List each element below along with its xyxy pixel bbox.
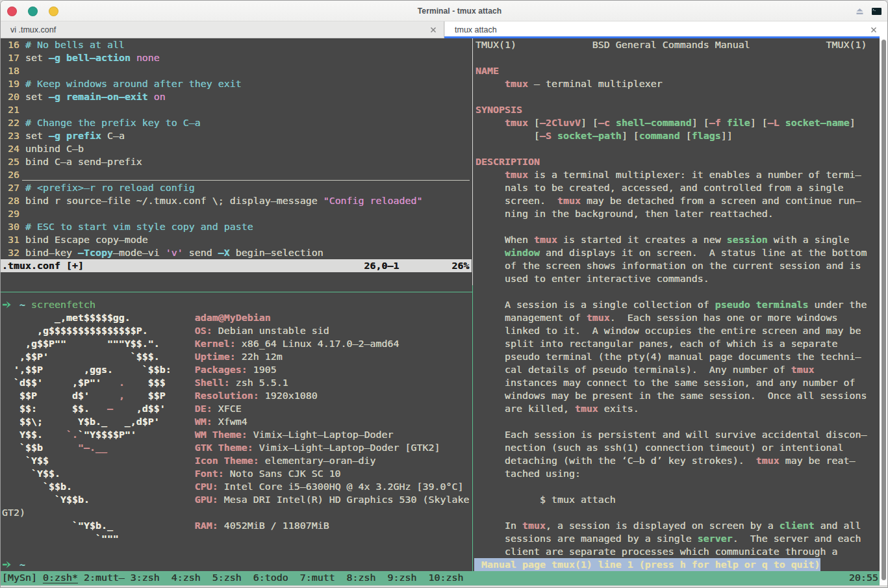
pane-border-vertical-top: [472, 38, 474, 285]
vim-pane-row: 25 bind C–a send–prefix: [2, 155, 142, 168]
man-pane-row: TMUX(1) BSD General Commands Manual TMUX…: [476, 38, 867, 51]
vim-pane-row: 20 set –g remain–on–exit on: [2, 90, 166, 103]
shell-pane-row: `Y$$ Icon Theme: elementary–oran–diy: [2, 454, 376, 467]
tab-close-icon[interactable]: [870, 26, 878, 34]
window-bottom-edge: [1, 585, 887, 588]
shell-pane-row: $$P d$' , $$P Resolution: 1920x1080: [2, 389, 318, 402]
prompt-arrow-icon: [3, 561, 11, 569]
man-pane-row: tmux [–2CluvV] [–c shell–command] [–f fi…: [476, 116, 856, 129]
man-pane-row: SYNOPSIS: [476, 103, 522, 116]
shell-pane-row: `""": [2, 532, 119, 545]
vim-pane-row: 29: [2, 207, 25, 220]
shell-pane-row: _,met$$$$$gg. adam@MyDebian: [2, 311, 271, 324]
man-pane-row: NAME: [476, 64, 499, 77]
terminal-screen[interactable]: 16 # No bells at all 17 set –g bell–acti…: [1, 38, 880, 585]
man-pane-row: $ tmux attach: [476, 493, 616, 506]
titlebar[interactable]: Terminal - tmux attach: [1, 1, 887, 21]
pane-border-vertical-bottom: [472, 285, 474, 571]
man-pane-row: instances may connect to the same sessio…: [476, 376, 856, 389]
man-pane-row: tmux — terminal multiplexer: [476, 77, 663, 90]
man-pane-row: When tmux is started it creates a new se…: [476, 233, 850, 246]
shell-pane-row: `Y$$. Font: Noto Sans CJK SC 10: [2, 467, 341, 480]
man-pane-row: split into rectangular panes, each of wh…: [476, 337, 838, 350]
man-pane-row: screen. tmux may be detached from a scre…: [476, 194, 861, 207]
tab-label: vi .tmux.conf: [10, 21, 56, 38]
terminal-icon[interactable]: [872, 8, 882, 15]
vim-pane-row: 17 set –g bell–action none: [2, 51, 160, 64]
shell-pane-row: ,g$$$$$$$$$$$$$$$P. OS: Debian unstable …: [2, 324, 329, 337]
shell-pane-row: `$$b "–.__ GTK Theme: Vimix–Light–Laptop…: [2, 441, 440, 454]
man-pane-row: nection (such as ssh(1) connection timeo…: [476, 441, 844, 454]
vim-pane-row: 24 unbind C–b: [2, 142, 84, 155]
scrollbar-thumb[interactable]: [882, 40, 886, 580]
shell-pane-row: ,g$$P"" """Y$$.". Kernel: x86_64 Linux 4…: [2, 337, 400, 350]
tab-vi-tmux-conf[interactable]: vi .tmux.conf: [1, 21, 444, 38]
scrollbar-track[interactable]: [880, 38, 888, 585]
vim-pane-row: 26: [2, 168, 25, 181]
man-pane-row: window and displays it on screen. A stat…: [476, 246, 867, 259]
vim-pane-row: 31 bind Escape copy–mode: [2, 233, 148, 246]
man-pane-row: DESCRIPTION: [476, 155, 540, 168]
man-pane-row: of the screen shows information on the c…: [476, 259, 861, 272]
man-pane-row: detaching (with the ‘C–b d’ key strokes)…: [476, 454, 856, 467]
man-pane-row: used to enter interactive commands.: [476, 272, 709, 285]
man-pane-row: sessions are managed by a single server.…: [476, 532, 861, 545]
vim-pane-row: 18: [2, 64, 25, 77]
eject-icon[interactable]: [856, 8, 863, 15]
shell-pane-row: ~ screenfetch: [2, 298, 95, 311]
vim-pane-row: 16 # No bells at all: [2, 38, 125, 51]
terminal-window: Terminal - tmux attach vi .tmux.conf: [0, 0, 888, 588]
vim-pane-row: 30 # ESC to start vim style copy and pas…: [2, 220, 253, 233]
vim-cursorline-underline: [22, 180, 470, 181]
shell-pane-row: [MySn] 0:zsh* 2:mutt– 3:zsh 4:zsh 5:zsh …: [2, 571, 878, 584]
man-pane-row: Manual page tmux(1) line 1 (press h for …: [476, 558, 820, 571]
man-pane-row: are killed, tmux exits.: [476, 402, 639, 415]
vim-pane-row: 21: [2, 103, 25, 116]
window-title: Terminal - tmux attach: [1, 1, 887, 21]
man-pane-row: pseudo terminal (the pty(4) manual page …: [476, 350, 861, 363]
shell-pane-row: $$: $$. – ,d$$' DE: XFCE: [2, 402, 242, 415]
man-pane-row: windows may be present in the same sessi…: [476, 389, 867, 402]
man-pane-row: cal details of pseudo terminals). Any nu…: [476, 363, 815, 376]
prompt-arrow-icon: [3, 301, 11, 309]
vim-pane-row: 22 # Change the prefix key to C–a: [2, 116, 201, 129]
shell-pane-row: Y$$. `.`"Y$$$$P"' WM Theme: Vimix–Light–…: [2, 428, 394, 441]
pane-border-horizontal: [1, 292, 473, 293]
tab-close-icon[interactable]: [429, 26, 437, 34]
vim-pane-row: .tmux.conf [+] 26,0–1 26%: [2, 259, 469, 272]
shell-pane-row: `d$$' ,$P"' . $$$ Shell: zsh 5.5.1: [2, 376, 288, 389]
man-pane-row: A session is a single collection of pseu…: [476, 298, 867, 311]
man-pane-row: In tmux, a session is displayed on scree…: [476, 519, 861, 532]
vim-pane-row: 32 bind–key –Tcopy–mode–vi 'v' send –X b…: [2, 246, 323, 259]
shell-pane-row: `Y$$b. GPU: Mesa DRI Intel(R) HD Graphic…: [2, 493, 469, 506]
vim-pane-row: 28 bind r source–file ~/.tmux.conf \; di…: [2, 194, 423, 207]
shell-pane-row: GT2): [2, 506, 25, 519]
man-pane-row: nals to be created, accessed, and contro…: [476, 181, 844, 194]
man-pane-row: [–S socket–path] [command [flags]]: [476, 129, 733, 142]
shell-pane-row: `"Y$b._ RAM: 4052MiB / 11807MiB: [2, 519, 329, 532]
man-pane-row: ning in the background, then later reatt…: [476, 207, 774, 220]
man-pane-row: management of tmux. Each session has one…: [476, 311, 838, 324]
vim-pane-row: 23 set –g prefix C–a: [2, 129, 125, 142]
shell-pane-row: `$$b. CPU: Intel Core i5–6300HQ @ 4x 3.2…: [2, 480, 463, 493]
man-pane-row: tached using:: [476, 467, 581, 480]
tab-bar: vi .tmux.conf tmux attach: [1, 21, 887, 38]
vim-pane-row: 19 # Keep windows around after they exit: [2, 77, 242, 90]
man-pane-row: Each session is persistent and will surv…: [476, 428, 867, 441]
shell-pane-row: ,$$P' `$$$. Uptime: 22h 12m: [2, 350, 283, 363]
vim-pane-row: 27 # <prefix>–r ro reload config: [2, 181, 195, 194]
man-pane-row: linked to it. A window occupies the enti…: [476, 324, 861, 337]
shell-pane-row: ',$$P ,ggs. `$$b: Packages: 1905: [2, 363, 277, 376]
shell-pane-row: $$\; Y$b._ _,d$P' WM: Xfwm4: [2, 415, 247, 428]
man-pane-row: client are separate processes which comm…: [476, 545, 838, 558]
man-pane-row: tmux is a terminal multiplexer: it enabl…: [476, 168, 861, 181]
